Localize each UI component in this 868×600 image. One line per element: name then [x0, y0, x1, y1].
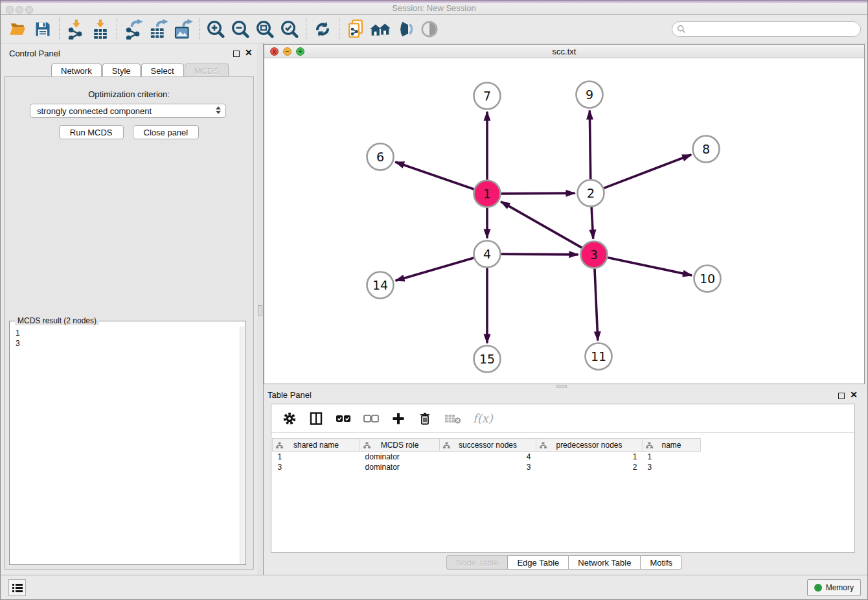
tab-edge-table[interactable]: Edge Table: [507, 555, 568, 570]
cell-filler: [701, 462, 711, 472]
control-panel: Control Panel ✕ NetworkStyleSelectMCDS O…: [1, 43, 257, 575]
zoom-fit-icon[interactable]: [253, 17, 277, 41]
edge-1-2[interactable]: [501, 193, 575, 194]
node-label-11: 11: [591, 349, 606, 363]
horizontal-splitter[interactable]: [264, 384, 865, 389]
close-panel-button[interactable]: Close panel: [133, 125, 200, 139]
cell-name[interactable]: 1: [643, 452, 701, 462]
node-label-6: 6: [376, 150, 384, 164]
edge-4-3[interactable]: [501, 254, 578, 255]
tab-style[interactable]: Style: [102, 63, 141, 77]
node-table-container: f(x) shared nameMCDS rolesuccessor nodes…: [271, 404, 855, 553]
tab-network-table[interactable]: Network Table: [568, 555, 640, 570]
column-header-predecessor-nodes[interactable]: predecessor nodes: [536, 439, 643, 452]
node-label-4: 4: [483, 247, 491, 261]
zoom-out-icon[interactable]: [228, 17, 253, 41]
delete-column-icon[interactable]: [417, 411, 433, 426]
tab-select[interactable]: Select: [141, 63, 184, 77]
add-column-icon[interactable]: [391, 411, 406, 426]
mcds-result-text[interactable]: 1 3: [10, 327, 240, 564]
network-window-titlebar: x − + scc.txt: [264, 45, 864, 58]
column-header-shared-name[interactable]: shared name: [273, 439, 360, 452]
float-panel-icon[interactable]: [838, 393, 845, 399]
edge-3-10[interactable]: [608, 257, 692, 275]
splitter-grip[interactable]: [556, 385, 567, 388]
import-network-icon[interactable]: [63, 17, 88, 41]
node-label-7: 7: [483, 89, 491, 103]
edge-2-3[interactable]: [591, 207, 593, 238]
eye-icon[interactable]: [417, 17, 442, 41]
cell-shared-name[interactable]: 3: [273, 462, 360, 472]
network-title: scc.txt: [264, 47, 864, 56]
application-window: Session: New Session: [0, 0, 868, 600]
graph[interactable]: 7968124314101511: [264, 58, 864, 384]
status-bar: Memory: [1, 575, 867, 599]
table-row[interactable]: 3dominator323: [273, 462, 711, 472]
run-mcds-button[interactable]: Run MCDS: [59, 125, 124, 139]
function-builder-icon: f(x): [473, 411, 493, 425]
column-header-MCDS-role[interactable]: MCDS role: [360, 439, 440, 452]
export-image-icon[interactable]: [170, 17, 195, 41]
tab-motifs[interactable]: Motifs: [640, 555, 682, 570]
edge-3-11[interactable]: [595, 268, 598, 340]
edge-3-1[interactable]: [501, 202, 582, 248]
zoom-in-icon[interactable]: [203, 17, 228, 41]
cell-shared-name[interactable]: 1: [273, 452, 360, 462]
import-table-icon[interactable]: [88, 17, 113, 41]
home-icon[interactable]: [368, 17, 393, 41]
export-network-icon[interactable]: [121, 17, 146, 41]
cell-MCDS-role[interactable]: dominator: [360, 452, 440, 462]
show-hide-panels-icon[interactable]: [393, 17, 417, 41]
table-row[interactable]: 1dominator411: [273, 452, 711, 462]
gear-icon[interactable]: [282, 411, 297, 426]
cell-predecessor-nodes[interactable]: 2: [536, 462, 643, 472]
node-table: shared nameMCDS rolesuccessor nodesprede…: [272, 438, 711, 472]
network-canvas[interactable]: 7968124314101511: [264, 58, 864, 384]
vertical-splitter[interactable]: [257, 43, 264, 575]
tab-node-table[interactable]: Node Table: [446, 555, 508, 570]
edge-2-9[interactable]: [589, 110, 590, 179]
org-chart-icon: [363, 442, 371, 451]
memory-status-icon: [814, 584, 822, 592]
search-icon: [677, 25, 686, 36]
result-scrollbar[interactable]: [240, 327, 245, 564]
tab-mcds[interactable]: MCDS: [185, 63, 229, 77]
edge-1-6[interactable]: [395, 162, 474, 189]
cell-name[interactable]: 3: [643, 462, 701, 472]
close-panel-icon[interactable]: ✕: [850, 389, 858, 400]
unselect-all-icon[interactable]: [363, 411, 380, 426]
org-chart-icon: [276, 442, 283, 451]
refresh-layout-icon[interactable]: [310, 17, 335, 41]
close-panel-icon[interactable]: ✕: [245, 47, 253, 58]
clone-network-icon[interactable]: [343, 17, 368, 41]
tab-network[interactable]: Network: [51, 63, 102, 77]
select-all-icon[interactable]: [335, 411, 352, 426]
cell-successor-nodes[interactable]: 3: [440, 462, 536, 472]
criterion-value: strongly connected component: [37, 106, 152, 116]
org-chart-icon: [443, 442, 450, 451]
table-toolbar: f(x): [271, 404, 854, 433]
org-chart-icon: [646, 442, 653, 451]
toolbar-separator: [306, 18, 306, 40]
column-header-name[interactable]: name: [643, 439, 701, 452]
table-panel-tabs: Node TableEdge TableNetwork TableMotifs: [264, 555, 865, 570]
cell-MCDS-role[interactable]: dominator: [360, 462, 440, 472]
save-session-icon[interactable]: [30, 17, 55, 41]
memory-button[interactable]: Memory: [807, 579, 861, 596]
column-header-successor-nodes[interactable]: successor nodes: [440, 439, 536, 452]
task-history-icon[interactable]: [8, 579, 26, 596]
cell-predecessor-nodes[interactable]: 1: [536, 452, 643, 462]
criterion-select[interactable]: strongly connected component: [30, 104, 226, 118]
open-file-icon[interactable]: [6, 17, 30, 41]
float-panel-icon[interactable]: [233, 51, 240, 57]
export-table-icon[interactable]: [146, 17, 170, 41]
edge-2-8[interactable]: [604, 155, 691, 189]
cell-successor-nodes[interactable]: 4: [440, 452, 536, 462]
control-panel-title: Control Panel: [9, 49, 60, 58]
edge-4-14[interactable]: [396, 258, 474, 281]
zoom-selected-icon[interactable]: [277, 17, 302, 41]
search-input[interactable]: [672, 21, 861, 37]
splitter-grip[interactable]: [258, 305, 262, 316]
toolbar-separator: [117, 18, 117, 40]
column-view-icon[interactable]: [308, 411, 324, 426]
